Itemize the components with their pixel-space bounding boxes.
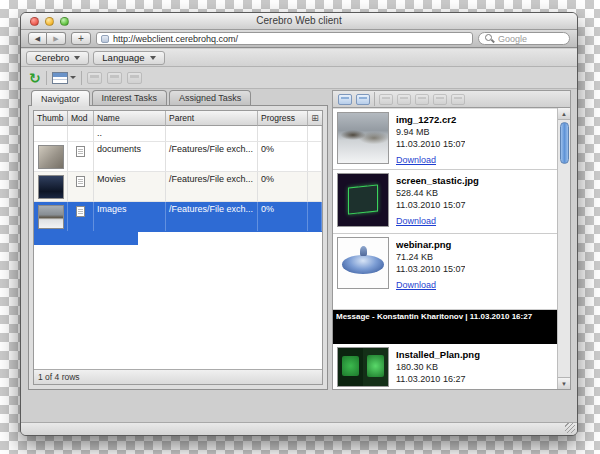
attachment-item[interactable]: Installed_Plan.png 180.30 KB 11.03.2010 …: [333, 344, 557, 389]
file-date: 11.03.2010 15:07: [396, 264, 465, 274]
file-name: screen_stastic.jpg: [396, 175, 479, 186]
menu-language-label: Language: [102, 52, 144, 63]
minimize-button[interactable]: [45, 17, 54, 26]
file-size: 528.44 KB: [396, 188, 479, 198]
zoom-button[interactable]: [60, 17, 69, 26]
attachments-toolbar: [332, 90, 571, 107]
menu-cerebro-label: Cerebro: [35, 52, 69, 63]
window-controls: [30, 17, 69, 26]
column-settings-icon[interactable]: ⊞: [311, 113, 319, 123]
message-block[interactable]: Message - Konstantin Kharitonov | 11.03.…: [333, 310, 557, 344]
view-mode-button[interactable]: [52, 72, 76, 84]
settings-icon[interactable]: [451, 94, 465, 105]
details-view-icon[interactable]: [356, 94, 370, 105]
window-titlebar[interactable]: Cerebro Web client: [21, 13, 577, 30]
thumbnails-view-icon[interactable]: [338, 94, 352, 105]
favicon: [101, 35, 109, 43]
resize-grip-icon[interactable]: [565, 423, 575, 433]
image-thumbnail[interactable]: [337, 347, 389, 387]
link-icon[interactable]: [433, 94, 447, 105]
scroll-down-button[interactable]: ▼: [558, 377, 571, 389]
toolbar-separator: [81, 71, 82, 85]
image-thumbnail[interactable]: [337, 173, 389, 227]
folder-thumbnail: [38, 205, 64, 229]
column-header-progress[interactable]: Progress: [258, 111, 308, 126]
download-link[interactable]: Download: [396, 280, 436, 290]
column-header-parent[interactable]: Parent: [166, 111, 258, 126]
browser-toolbar: ◀ ▶ +: [21, 30, 577, 48]
copy-icon[interactable]: [107, 72, 122, 84]
tab-navigator[interactable]: Navigator: [31, 90, 90, 106]
refresh-icon[interactable]: ↻: [29, 71, 41, 85]
file-name: Installed_Plan.png: [396, 349, 480, 360]
chevron-down-icon: [150, 56, 156, 60]
image-thumbnail[interactable]: [337, 237, 389, 289]
attachment-list: img_1272.cr2 9.94 MB 11.03.2010 15:07 Do…: [333, 108, 557, 389]
scroll-up-button[interactable]: ▲: [558, 108, 571, 120]
search-icon: [485, 34, 494, 43]
vertical-scrollbar[interactable]: ▲ ▼: [557, 108, 570, 389]
layout-icon[interactable]: [127, 72, 142, 84]
new-tab-button[interactable]: +: [71, 32, 91, 45]
column-header-thumb[interactable]: Thumb: [34, 111, 68, 126]
file-date: 11.03.2010 16:27: [396, 374, 480, 384]
task-table: Thumb Mod Name Parent Progress ⊞ ..: [33, 110, 323, 385]
column-header-name[interactable]: Name: [94, 111, 166, 126]
file-date: 11.03.2010 15:07: [396, 139, 465, 149]
url-input[interactable]: [113, 34, 468, 44]
window-status-bar: [21, 422, 577, 435]
window-title: Cerebro Web client: [21, 13, 577, 29]
table-row-images[interactable]: Images /Features/File exch... 0%: [34, 202, 322, 232]
forward-button[interactable]: ▶: [47, 32, 66, 45]
table-row-movies[interactable]: Movies /Features/File exch... 0%: [34, 172, 322, 202]
attachment-item[interactable]: img_1272.cr2 9.94 MB 11.03.2010 15:07 Do…: [333, 108, 557, 170]
table-row-documents[interactable]: documents /Features/File exch... 0%: [34, 142, 322, 172]
close-button[interactable]: [30, 17, 39, 26]
download-link[interactable]: Download: [396, 155, 436, 165]
chevron-down-icon: [70, 76, 76, 79]
table-header: Thumb Mod Name Parent Progress ⊞: [34, 111, 322, 126]
attachment-item[interactable]: screen_stastic.jpg 528.44 KB 11.03.2010 …: [333, 170, 557, 234]
attachment-item[interactable]: webinar.png 71.24 KB 11.03.2010 15:07 Do…: [333, 234, 557, 310]
message-header: Message - Konstantin Kharitonov | 11.03.…: [336, 312, 554, 321]
address-bar[interactable]: [96, 32, 473, 45]
history-navigation: ◀ ▶: [28, 32, 66, 45]
file-size: 9.94 MB: [396, 127, 465, 137]
scrollbar-track[interactable]: [558, 120, 570, 377]
column-header-mod[interactable]: Mod: [68, 111, 94, 126]
document-icon: [76, 176, 85, 187]
file-size: 180.30 KB: [396, 362, 480, 372]
download-icon[interactable]: [397, 94, 411, 105]
back-button[interactable]: ◀: [28, 32, 47, 45]
app-toolbar: ↻: [21, 67, 577, 89]
toolbar-separator: [46, 71, 47, 85]
attach-icon[interactable]: [379, 94, 393, 105]
image-thumbnail[interactable]: [337, 112, 389, 164]
navigator-panel-body: Thumb Mod Name Parent Progress ⊞ ..: [28, 105, 328, 390]
document-icon: [76, 206, 85, 217]
tab-interest-tasks[interactable]: Interest Tasks: [92, 90, 167, 105]
file-name: img_1272.cr2: [396, 114, 465, 125]
open-in-window-icon[interactable]: [87, 72, 102, 84]
file-name: webinar.png: [396, 239, 465, 250]
scrollbar-thumb[interactable]: [560, 122, 569, 164]
menu-cerebro[interactable]: Cerebro: [26, 51, 89, 65]
workspace: Navigator Interest Tasks Assigned Tasks …: [28, 90, 571, 390]
folder-thumbnail: [38, 175, 64, 199]
browser-window: Cerebro Web client ◀ ▶ + Cerebro Languag…: [20, 12, 578, 436]
file-date: 11.03.2010 15:07: [396, 200, 479, 210]
download-link[interactable]: Download: [396, 216, 436, 226]
folder-thumbnail: [38, 145, 64, 169]
tab-assigned-tasks[interactable]: Assigned Tasks: [169, 90, 251, 105]
search-field[interactable]: [478, 32, 570, 45]
toolbar-separator: [374, 92, 375, 106]
search-input[interactable]: [498, 34, 563, 44]
app-menubar: Cerebro Language: [21, 49, 577, 67]
table-row-up[interactable]: ..: [34, 126, 322, 142]
app-content: Cerebro Language ↻: [21, 49, 577, 435]
menu-language[interactable]: Language: [93, 51, 164, 65]
upload-icon[interactable]: [415, 94, 429, 105]
chevron-down-icon: [74, 56, 80, 60]
pane-tabs: Navigator Interest Tasks Assigned Tasks: [28, 90, 328, 105]
file-size: 71.24 KB: [396, 252, 465, 262]
